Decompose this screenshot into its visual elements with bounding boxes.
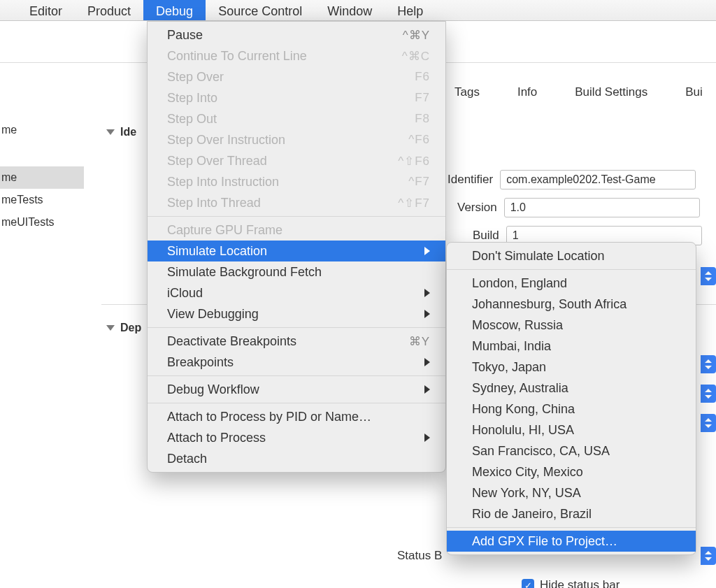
location_menu-item[interactable]: San Francisco, CA, USA [447, 440, 696, 461]
disclosure-triangle-icon [106, 129, 115, 135]
location_menu-item[interactable]: New York, NY, USA [447, 482, 696, 503]
menu-item-label: Capture GPU Frame [167, 223, 430, 238]
menubar-item-product[interactable]: Product [75, 0, 143, 20]
menubar-item-editor[interactable]: Editor [17, 0, 75, 20]
location_menu-item[interactable]: Add GPX File to Project… [447, 531, 696, 552]
menu-separator [148, 327, 445, 328]
menu-separator [447, 527, 696, 528]
debug_menu-item: Step IntoF7 [148, 87, 445, 108]
updown-icon [705, 389, 712, 399]
menubar: Editor Product Debug Source Control Wind… [0, 0, 716, 21]
hide-status-bar-label: Hide status bar [540, 578, 620, 588]
updown-icon [705, 359, 712, 369]
location_menu-item[interactable]: Don't Simulate Location [447, 245, 696, 266]
menu-separator [148, 216, 445, 217]
menu-item-shortcut: F7 [415, 91, 430, 105]
debug_menu-item[interactable]: Simulate Background Fetch [148, 261, 445, 282]
menu-item-label: San Francisco, CA, USA [472, 444, 680, 459]
debug_menu-item: Continue To Current Line^⌘C [148, 45, 445, 66]
menu-item-label: Debug Workflow [167, 382, 415, 397]
menu-separator [148, 403, 445, 403]
dropdown-stub[interactable] [701, 355, 716, 373]
menu-item-label: Step Out [167, 112, 415, 127]
hide-status-bar-row[interactable]: ✓ Hide status bar [522, 578, 620, 588]
location_menu-item[interactable]: Tokyo, Japan [447, 357, 696, 378]
dropdown-stub[interactable] [701, 414, 716, 432]
location_menu-item[interactable]: Mexico City, Mexico [447, 461, 696, 482]
debug_menu-item[interactable]: Simulate Location [148, 241, 445, 261]
menu-item-label: Johannesburg, South Africa [472, 297, 680, 312]
identity-section-header[interactable]: Ide [106, 126, 136, 138]
menu-item-label: Honolulu, HI, USA [472, 423, 680, 438]
menu-item-label: Attach to Process by PID or Name… [167, 410, 430, 424]
debug_menu-item[interactable]: Pause^⌘Y [148, 24, 445, 45]
location_menu-item[interactable]: Mumbai, India [447, 336, 696, 357]
menubar-item-source-control[interactable]: Source Control [206, 0, 315, 20]
dropdown-stub[interactable] [701, 385, 716, 403]
debug_menu-item[interactable]: iCloud [148, 282, 445, 303]
menu-item-label: Moscow, Russia [472, 318, 680, 333]
menu-item-label: Step Over Thread [167, 154, 398, 168]
menu-item-label: Don't Simulate Location [472, 249, 680, 264]
menu-item-label: Step Into [167, 91, 415, 106]
debug_menu-item: Capture GPU Frame [148, 220, 445, 241]
location_menu-item[interactable]: Hong Kong, China [447, 399, 696, 420]
build-label: Build [473, 229, 499, 243]
identifier-field[interactable] [500, 170, 696, 189]
menubar-item-debug[interactable]: Debug [143, 0, 206, 20]
checkbox-checked-icon[interactable]: ✓ [522, 579, 534, 588]
menu-item-shortcut: ^⌘Y [403, 28, 430, 43]
menu-separator [148, 375, 445, 376]
debug_menu-item: Step Over Thread^⇧F6 [148, 150, 445, 171]
menu-item-label: Hong Kong, China [472, 402, 680, 417]
menu-item-label: Continue To Current Line [167, 49, 402, 64]
menu-item-label: New York, NY, USA [472, 486, 680, 501]
menu-item-label: View Debugging [167, 307, 415, 322]
disclosure-triangle-icon [106, 325, 115, 331]
debug_menu-item[interactable]: Debug Workflow [148, 379, 445, 400]
menu-item-label: Step Into Thread [167, 196, 398, 210]
navigator-item[interactable]: me [0, 166, 84, 189]
menu-separator [447, 269, 696, 270]
menu-item-shortcut: ^⌘C [402, 49, 430, 64]
navigator-item[interactable]: me [0, 119, 84, 141]
updown-icon [705, 418, 712, 428]
menu-item-shortcut: F6 [415, 70, 430, 84]
menubar-item-window[interactable]: Window [315, 0, 385, 20]
location_menu-item[interactable]: Sydney, Australia [447, 378, 696, 399]
menu-item-shortcut: ^⇧F7 [398, 196, 430, 210]
dropdown-stub[interactable] [701, 547, 716, 565]
status-bar-row-label: Status B [397, 549, 442, 563]
submenu-arrow-icon [424, 358, 430, 366]
debug_menu-item: Step Into Thread^⇧F7 [148, 192, 445, 213]
debug_menu-item[interactable]: Detach [148, 448, 445, 469]
debug_menu-item[interactable]: Attach to Process [148, 427, 445, 448]
location_menu-item[interactable]: Moscow, Russia [447, 315, 696, 336]
version-field[interactable] [504, 198, 700, 217]
submenu-arrow-icon [424, 310, 430, 318]
menu-item-label: Breakpoints [167, 355, 415, 370]
location_menu-item[interactable]: Rio de Janeiro, Brazil [447, 503, 696, 524]
tab-build-phases-fragment[interactable]: Bui [685, 85, 703, 99]
menubar-item-help[interactable]: Help [385, 0, 436, 20]
debug_menu-item[interactable]: Attach to Process by PID or Name… [148, 406, 445, 427]
location_menu-item[interactable]: Honolulu, HI, USA [447, 420, 696, 440]
menu-item-label: iCloud [167, 286, 415, 301]
submenu-arrow-icon [424, 433, 430, 442]
menu-item-shortcut: ⌘Y [409, 334, 430, 349]
updown-icon [705, 271, 712, 281]
debug_menu-item[interactable]: View Debugging [148, 303, 445, 324]
navigator-item[interactable]: meTests [0, 189, 84, 211]
location_menu-item[interactable]: Johannesburg, South Africa [447, 294, 696, 315]
dropdown-stub[interactable] [701, 267, 716, 285]
location_menu-item[interactable]: London, England [447, 273, 696, 294]
menu-item-label: Rio de Janeiro, Brazil [472, 507, 680, 522]
debug_menu-item[interactable]: Breakpoints [148, 352, 445, 373]
tab-info[interactable]: Info [517, 85, 537, 99]
navigator-item[interactable]: meUITests [0, 211, 84, 234]
deployment-section-header[interactable]: Dep [106, 322, 141, 334]
debug_menu-item[interactable]: Deactivate Breakpoints⌘Y [148, 331, 445, 352]
tab-resource-tags[interactable]: Tags [454, 85, 480, 99]
tab-build-settings[interactable]: Build Settings [575, 85, 647, 99]
debug_menu-item: Step Over Instruction^F6 [148, 129, 445, 150]
